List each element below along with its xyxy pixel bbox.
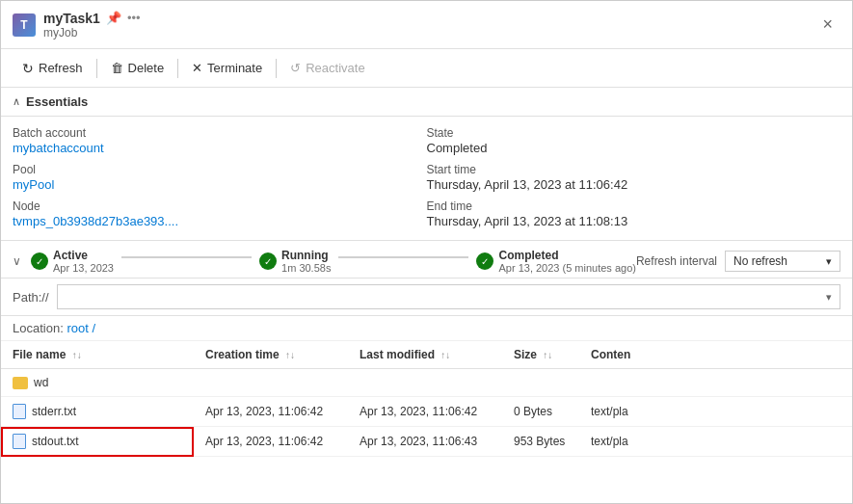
- table-row[interactable]: wd: [1, 369, 852, 397]
- pool-link[interactable]: myPool: [13, 177, 54, 192]
- file-name-cell: stderr.txt: [13, 404, 182, 419]
- content-cell: [579, 369, 852, 397]
- path-bar: Path:// ▾: [1, 279, 852, 316]
- pipeline-toggle-icon[interactable]: ∨: [13, 254, 21, 268]
- path-label: Path://: [13, 290, 49, 305]
- page-title: myTask1: [43, 11, 100, 26]
- title-icon: T: [13, 13, 36, 37]
- file-icon: [13, 404, 26, 419]
- col-creation-time[interactable]: Creation time ↑↓: [194, 341, 348, 369]
- more-icon[interactable]: •••: [127, 11, 141, 25]
- node-link[interactable]: tvmps_0b3938d27b3ae393....: [13, 214, 178, 228]
- stage-running: ✓ Running 1m 30.58s: [259, 249, 331, 274]
- folder-icon: [13, 377, 28, 389]
- node-item: Node tvmps_0b3938d27b3ae393....: [13, 196, 427, 232]
- state-value: Completed: [427, 141, 841, 155]
- creationTime-cell: [194, 369, 348, 397]
- refresh-interval-chevron: ▾: [826, 255, 832, 268]
- creationTime-cell: Apr 13, 2023, 11:06:42: [194, 427, 348, 457]
- essentials-body: Batch account mybatchaccount State Compl…: [1, 117, 852, 241]
- node-label: Node: [13, 199, 427, 213]
- terminate-icon: ✕: [192, 61, 202, 75]
- lastModified-cell: Apr 13, 2023, 11:06:42: [348, 397, 502, 427]
- essentials-title: Essentials: [26, 94, 88, 109]
- file-name: stderr.txt: [32, 405, 76, 418]
- table-header-row: File name ↑↓ Creation time ↑↓ Last modif…: [1, 341, 852, 369]
- refresh-icon: ↻: [22, 61, 34, 76]
- toolbar-separator-2: [177, 59, 178, 78]
- delete-button[interactable]: 🗑 Delete: [101, 57, 174, 79]
- title-subtitle: myJob: [43, 26, 141, 40]
- end-time-item: End time Thursday, April 13, 2023 at 11:…: [427, 196, 841, 232]
- start-time-item: Start time Thursday, April 13, 2023 at 1…: [427, 159, 841, 196]
- essentials-collapse-icon: ∧: [13, 95, 20, 108]
- stage-completed-info: Completed Apr 13, 2023 (5 minutes ago): [498, 249, 635, 274]
- stage-completed-name: Completed: [498, 249, 635, 262]
- batch-account-link[interactable]: mybatchaccount: [13, 141, 104, 155]
- delete-icon: 🗑: [111, 61, 123, 75]
- batch-account-label: Batch account: [13, 126, 427, 140]
- refresh-interval-area: Refresh interval No refresh ▾: [636, 251, 840, 272]
- refresh-interval-label: Refresh interval: [636, 254, 717, 268]
- filename-sort-icon: ↑↓: [72, 350, 82, 360]
- content-cell: text/pla: [579, 397, 852, 427]
- close-button[interactable]: ×: [814, 14, 840, 35]
- stage-running-duration: 1m 30.58s: [281, 262, 331, 274]
- end-time-label: End time: [427, 199, 841, 213]
- stage-active-icon: ✓: [31, 252, 48, 270]
- start-time-label: Start time: [427, 163, 841, 176]
- content-cell: text/pla: [579, 427, 852, 457]
- pipeline: ∨ ✓ Active Apr 13, 2023 ✓ Running 1m 30.…: [1, 241, 852, 279]
- col-size[interactable]: Size ↑↓: [502, 341, 579, 369]
- refresh-button[interactable]: ↻ Refresh: [13, 57, 93, 80]
- size-cell: 953 Bytes: [502, 427, 579, 457]
- toolbar-separator-3: [276, 59, 277, 78]
- pool-item: Pool myPool: [13, 159, 427, 196]
- location-path[interactable]: root /: [67, 321, 95, 335]
- table-row[interactable]: stdout.txtApr 13, 2023, 11:06:42Apr 13, …: [1, 427, 852, 457]
- size-cell: [502, 369, 579, 397]
- modified-sort-icon: ↑↓: [440, 350, 450, 360]
- path-input[interactable]: ▾: [57, 284, 840, 309]
- col-last-modified[interactable]: Last modified ↑↓: [348, 341, 502, 369]
- lastModified-cell: [348, 369, 502, 397]
- table-row[interactable]: stderr.txtApr 13, 2023, 11:06:42Apr 13, …: [1, 397, 852, 427]
- size-sort-icon: ↑↓: [543, 350, 552, 360]
- creation-sort-icon: ↑↓: [285, 350, 295, 360]
- stage-completed-icon: ✓: [476, 252, 493, 270]
- stage-active-name: Active: [53, 249, 114, 262]
- batch-account-item: Batch account mybatchaccount: [13, 122, 427, 159]
- refresh-interval-value: No refresh: [733, 254, 787, 268]
- file-name: stdout.txt: [32, 435, 79, 448]
- file-table: File name ↑↓ Creation time ↑↓ Last modif…: [1, 341, 852, 457]
- pipeline-line-2: [338, 256, 468, 258]
- location-prefix: Location:: [13, 321, 64, 335]
- toolbar-separator-1: [96, 59, 97, 78]
- pipeline-line-1: [121, 256, 252, 258]
- stage-running-name: Running: [281, 249, 331, 262]
- lastModified-cell: Apr 13, 2023, 11:06:43: [348, 427, 502, 457]
- file-icon: [13, 434, 26, 449]
- file-table-container: File name ↑↓ Creation time ↑↓ Last modif…: [1, 341, 852, 457]
- stage-active-date: Apr 13, 2023: [53, 262, 114, 274]
- pin-icon[interactable]: 📌: [106, 11, 121, 25]
- stage-active-info: Active Apr 13, 2023: [53, 249, 114, 274]
- end-time-value: Thursday, April 13, 2023 at 11:08:13: [427, 214, 841, 228]
- essentials-header[interactable]: ∧ Essentials: [1, 88, 852, 117]
- state-label: State: [427, 126, 841, 140]
- file-name-cell: stdout.txt: [13, 434, 182, 449]
- toolbar: ↻ Refresh 🗑 Delete ✕ Terminate ↺ Reactiv…: [1, 49, 852, 88]
- creationTime-cell: Apr 13, 2023, 11:06:42: [194, 397, 348, 427]
- stage-completed: ✓ Completed Apr 13, 2023 (5 minutes ago): [476, 249, 635, 274]
- location-bar: Location: root /: [1, 316, 852, 341]
- file-name-cell: wd: [13, 376, 182, 389]
- col-content: Conten: [579, 341, 852, 369]
- start-time-value: Thursday, April 13, 2023 at 11:06:42: [427, 177, 841, 192]
- title-bar: T myTask1 📌 ••• myJob ×: [1, 1, 852, 49]
- stage-completed-date: Apr 13, 2023 (5 minutes ago): [498, 262, 635, 274]
- stage-running-icon: ✓: [259, 252, 277, 270]
- terminate-button[interactable]: ✕ Terminate: [182, 57, 272, 79]
- reactivate-button[interactable]: ↺ Reactivate: [280, 57, 374, 79]
- refresh-interval-select[interactable]: No refresh ▾: [725, 251, 840, 272]
- col-filename[interactable]: File name ↑↓: [1, 341, 194, 369]
